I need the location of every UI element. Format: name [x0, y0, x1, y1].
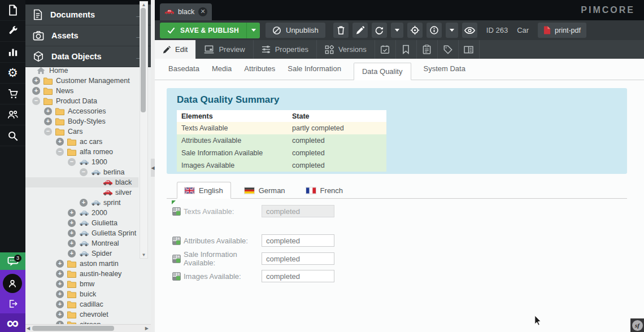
tree-item-aston-martin[interactable]: +aston martin: [25, 259, 138, 269]
collapse-icon[interactable]: −: [80, 168, 88, 176]
reports-button[interactable]: [0, 42, 25, 63]
info-button[interactable]: [427, 23, 442, 38]
tree-item-1900[interactable]: −1900: [25, 157, 138, 167]
tree-item-black[interactable]: black: [25, 177, 138, 187]
collapse-icon[interactable]: −: [68, 158, 76, 166]
tab-black[interactable]: black ✕: [160, 3, 212, 20]
field-value-input[interactable]: [262, 205, 334, 217]
subtab-data-quality[interactable]: Data Quality: [354, 63, 411, 80]
tree-item-montreal[interactable]: +Montreal: [25, 238, 138, 248]
field-value-input[interactable]: [262, 252, 334, 265]
accordion-assets[interactable]: Assets →: [25, 25, 151, 46]
reload-button[interactable]: [372, 23, 387, 38]
unpublish-button[interactable]: Unpublish: [266, 23, 325, 38]
tree-horizontal-scrollbar[interactable]: ◀ ▶: [25, 324, 151, 332]
tab-notes-clipboard[interactable]: [417, 40, 438, 59]
expand-icon[interactable]: +: [56, 270, 64, 278]
scroll-right-icon[interactable]: ▶: [145, 326, 149, 331]
expand-icon[interactable]: +: [56, 260, 64, 268]
language-tab-french[interactable]: French: [299, 182, 350, 198]
panel-splitter[interactable]: ◀: [151, 0, 155, 332]
scroll-up-icon[interactable]: ▲: [140, 2, 147, 7]
settings-button[interactable]: ⚙: [0, 63, 25, 84]
tree-item-giulietta[interactable]: +Giulietta: [25, 218, 138, 228]
subtab-sale-information[interactable]: Sale Information: [288, 64, 341, 80]
collapse-icon[interactable]: −: [44, 128, 52, 136]
collapse-icon[interactable]: −: [56, 148, 64, 156]
tab-preview[interactable]: Preview: [196, 40, 253, 59]
save-publish-button[interactable]: SAVE & PUBLISH: [160, 23, 260, 38]
tab-tag[interactable]: [438, 40, 459, 59]
scroll-left-icon[interactable]: ◀: [27, 326, 30, 331]
tree-item-cars[interactable]: −Cars: [25, 126, 138, 137]
field-value-input[interactable]: [262, 234, 334, 247]
tree-item-berlina[interactable]: −berlina: [25, 167, 138, 177]
tree-item-buick[interactable]: +buick: [25, 289, 138, 299]
tree-item-home[interactable]: Home: [25, 65, 138, 76]
tree-item-silver[interactable]: silver: [25, 187, 138, 198]
tree-item-customer-management[interactable]: +Customer Management: [25, 76, 138, 86]
subtab-media[interactable]: Media: [212, 64, 232, 80]
tree-item-chevrolet[interactable]: +chevrolet: [25, 309, 138, 320]
expand-icon[interactable]: +: [44, 107, 52, 115]
tab-versions[interactable]: Versions: [317, 40, 375, 59]
tree-item-sprint[interactable]: +sprint: [25, 198, 138, 208]
language-tab-english[interactable]: English: [177, 182, 231, 199]
tab-edit[interactable]: Edit: [155, 40, 196, 59]
collapse-icon[interactable]: −: [32, 97, 40, 105]
customers-button[interactable]: [0, 104, 25, 125]
accordion-documents[interactable]: Documents →: [25, 5, 151, 25]
reload-options-button[interactable]: [391, 23, 403, 38]
search-button[interactable]: [0, 125, 25, 146]
delete-button[interactable]: [333, 23, 349, 38]
logout-button[interactable]: [0, 296, 25, 312]
scrollbar-thumb[interactable]: [141, 8, 146, 112]
tab-schedule-calendar[interactable]: [375, 40, 396, 59]
collapse-panel-handle[interactable]: ◀: [151, 159, 155, 177]
tree-item-accessories[interactable]: +Accessories: [25, 106, 138, 116]
rename-button[interactable]: [353, 23, 368, 38]
tree-item-news[interactable]: +News: [25, 86, 138, 96]
tree-item-gulietta-sprint-specia[interactable]: +Gulietta Sprint Specia: [25, 228, 138, 238]
tree-item-product-data[interactable]: −Product Data: [25, 96, 138, 106]
expand-icon[interactable]: +: [56, 311, 64, 318]
tree-item-bmw[interactable]: +bmw: [25, 279, 138, 289]
tree-item-alfa-romeo[interactable]: −alfa romeo: [25, 147, 138, 157]
tree-item-2000[interactable]: +2000: [25, 208, 138, 218]
tree-item-spider[interactable]: +Spider: [25, 248, 138, 259]
subtab-attributes[interactable]: Attributes: [244, 64, 275, 80]
close-icon[interactable]: ✕: [198, 7, 207, 16]
expand-icon[interactable]: +: [32, 77, 40, 85]
scroll-down-icon[interactable]: ▼: [140, 252, 147, 257]
expand-icon[interactable]: +: [80, 199, 88, 207]
tab-app-layout[interactable]: [459, 40, 480, 59]
subtab-basedata[interactable]: Basedata: [168, 64, 199, 80]
pimcore-infinity-logo[interactable]: ∞: [0, 313, 25, 332]
language-tab-german[interactable]: German: [237, 182, 293, 198]
tab-properties[interactable]: Properties: [254, 40, 317, 59]
tree-item-cadillac[interactable]: +cadillac: [25, 299, 138, 309]
expand-icon[interactable]: +: [68, 209, 76, 217]
expand-icon[interactable]: +: [68, 239, 76, 247]
expand-icon[interactable]: +: [32, 87, 40, 95]
print-pdf-button[interactable]: print-pdf: [538, 23, 586, 38]
expand-icon[interactable]: +: [56, 290, 64, 298]
user-avatar[interactable]: [3, 274, 22, 293]
expand-icon[interactable]: +: [68, 250, 76, 257]
open-preview-button[interactable]: [462, 23, 477, 38]
tree-item-ac-cars[interactable]: +ac cars: [25, 137, 138, 147]
tree-item-citroen[interactable]: +citroen: [25, 320, 138, 324]
expand-icon[interactable]: +: [68, 219, 76, 227]
tree-item-austin-healey[interactable]: +austin-healey: [25, 269, 138, 279]
expand-icon[interactable]: +: [56, 300, 64, 308]
scrollbar-thumb[interactable]: [32, 326, 114, 331]
expand-icon[interactable]: +: [68, 229, 76, 237]
tree-vertical-scrollbar[interactable]: ▲ ▼: [140, 1, 148, 259]
expand-icon[interactable]: +: [44, 117, 52, 125]
notifications-button[interactable]: [0, 252, 25, 270]
field-value-input[interactable]: [262, 270, 334, 282]
locate-in-tree-button[interactable]: [407, 23, 423, 38]
subtab-system-data[interactable]: System Data: [424, 64, 465, 80]
ecommerce-button[interactable]: [0, 84, 25, 104]
info-options-button[interactable]: [446, 23, 458, 38]
